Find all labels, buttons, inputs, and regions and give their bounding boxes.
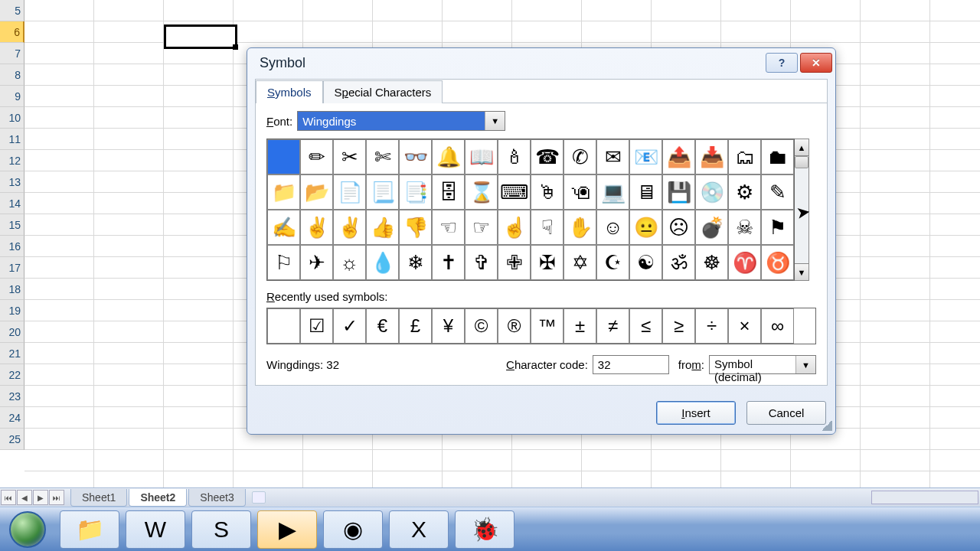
- scroll-up-button[interactable]: ▲: [795, 139, 808, 156]
- symbol-cell[interactable]: ✄: [366, 139, 399, 174]
- symbol-cell[interactable]: ⚐: [267, 245, 300, 280]
- symbol-cell[interactable]: ☜: [432, 210, 465, 245]
- row-header-23[interactable]: 23: [0, 386, 24, 407]
- recent-symbol-cell[interactable]: ÷: [695, 308, 728, 344]
- symbol-cell[interactable]: 😐: [629, 210, 662, 245]
- recent-symbol-cell[interactable]: €: [366, 308, 399, 344]
- row-header-9[interactable]: 9: [0, 86, 24, 107]
- symbol-cell[interactable]: ✆: [564, 139, 596, 174]
- recent-symbol-cell[interactable]: ™: [531, 308, 564, 344]
- row-header-10[interactable]: 10: [0, 107, 24, 129]
- symbol-cell[interactable]: [267, 139, 300, 174]
- recent-symbol-cell[interactable]: ☑: [300, 308, 333, 344]
- start-button[interactable]: [2, 510, 54, 549]
- tab-special-characters[interactable]: Special Characters: [323, 80, 443, 103]
- symbol-cell[interactable]: ⌛: [465, 174, 498, 210]
- recent-symbol-cell[interactable]: ✓: [333, 308, 366, 344]
- new-sheet-button[interactable]: [252, 491, 266, 504]
- symbol-cell[interactable]: 📥: [695, 139, 728, 174]
- help-button[interactable]: ?: [766, 53, 798, 73]
- row-header-14[interactable]: 14: [0, 193, 24, 214]
- symbol-cell[interactable]: 📧: [629, 139, 662, 174]
- symbol-cell[interactable]: ✎: [761, 174, 794, 210]
- from-dropdown-button[interactable]: ▼: [795, 356, 815, 373]
- symbol-cell[interactable]: ✠: [531, 245, 564, 280]
- symbol-cell[interactable]: ♈: [728, 245, 761, 280]
- taskbar-app-button[interactable]: ▶: [257, 510, 317, 549]
- cancel-button[interactable]: Cancel: [746, 401, 826, 425]
- symbol-cell[interactable]: ☎: [531, 139, 564, 174]
- symbol-cell[interactable]: 📄: [333, 174, 366, 210]
- row-header-19[interactable]: 19: [0, 300, 24, 321]
- active-cell-cursor[interactable]: [164, 24, 237, 49]
- taskbar-app-button[interactable]: W: [126, 510, 185, 549]
- symbol-cell[interactable]: ॐ: [662, 245, 695, 280]
- recent-symbol-cell[interactable]: ∞: [761, 308, 794, 344]
- font-input[interactable]: [298, 112, 485, 130]
- symbol-cell[interactable]: ⚑: [761, 210, 794, 245]
- close-button[interactable]: ✕: [800, 53, 832, 73]
- symbol-cell[interactable]: 🗄: [432, 174, 465, 210]
- symbol-cell[interactable]: ☝: [498, 210, 531, 245]
- symbol-cell[interactable]: 🗂: [728, 139, 761, 174]
- recent-symbol-cell[interactable]: ¥: [432, 308, 465, 344]
- row-header-16[interactable]: 16: [0, 236, 24, 257]
- recent-symbol-cell[interactable]: ®: [498, 308, 531, 344]
- symbol-cell[interactable]: ✏: [300, 139, 333, 174]
- recent-symbol-cell[interactable]: ±: [564, 308, 596, 344]
- symbol-cell[interactable]: ☞: [465, 210, 498, 245]
- symbol-cell[interactable]: 🖲: [564, 174, 596, 210]
- symbol-cell[interactable]: ✙: [498, 245, 531, 280]
- symbol-cell[interactable]: ✌: [300, 210, 333, 245]
- recent-symbol-cell[interactable]: ×: [728, 308, 761, 344]
- scroll-track[interactable]: [795, 156, 808, 263]
- symbol-cell[interactable]: ✌: [333, 210, 366, 245]
- recent-symbol-cell[interactable]: ≥: [662, 308, 695, 344]
- symbol-cell[interactable]: ☸: [695, 245, 728, 280]
- symbol-cell[interactable]: ☟: [531, 210, 564, 245]
- symbol-cell[interactable]: 👍: [366, 210, 399, 245]
- recent-symbol-cell[interactable]: ©: [465, 308, 498, 344]
- taskbar-app-button[interactable]: X: [389, 510, 449, 549]
- symbol-cell[interactable]: ⌨: [498, 174, 531, 210]
- recent-symbol-cell[interactable]: £: [399, 308, 432, 344]
- symbol-cell[interactable]: 💿: [695, 174, 728, 210]
- symbol-cell[interactable]: 💾: [662, 174, 695, 210]
- taskbar-app-button[interactable]: S: [191, 510, 251, 549]
- recent-symbol-cell[interactable]: ≠: [596, 308, 629, 344]
- symbol-cell[interactable]: 🔔: [432, 139, 465, 174]
- symbol-cell[interactable]: 📂: [300, 174, 333, 210]
- tab-symbols[interactable]: Symbols: [256, 80, 323, 103]
- row-header-15[interactable]: 15: [0, 214, 24, 236]
- symbol-cell[interactable]: 📁: [267, 174, 300, 210]
- symbol-cell[interactable]: ⚙: [728, 174, 761, 210]
- symbol-cell[interactable]: ❄: [399, 245, 432, 280]
- row-header-7[interactable]: 7: [0, 43, 24, 64]
- symbol-grid-scrollbar[interactable]: ▲ ▼: [795, 139, 809, 281]
- symbol-cell[interactable]: 💧: [366, 245, 399, 280]
- symbol-cell[interactable]: ☠: [728, 210, 761, 245]
- row-header-25[interactable]: 25: [0, 429, 24, 450]
- sheet-tab-sheet3[interactable]: Sheet3: [188, 489, 245, 507]
- row-header-20[interactable]: 20: [0, 321, 24, 343]
- nav-prev-button[interactable]: ◀: [17, 490, 32, 505]
- scroll-down-button[interactable]: ▼: [795, 263, 808, 280]
- symbol-cell[interactable]: ✉: [596, 139, 629, 174]
- symbol-cell[interactable]: 🖥: [629, 174, 662, 210]
- row-header-17[interactable]: 17: [0, 257, 24, 279]
- symbol-cell[interactable]: ✝: [432, 245, 465, 280]
- symbol-cell[interactable]: 📖: [465, 139, 498, 174]
- row-header-24[interactable]: 24: [0, 407, 24, 429]
- dialog-titlebar[interactable]: Symbol ? ✕: [247, 48, 835, 77]
- row-header-12[interactable]: 12: [0, 150, 24, 171]
- symbol-cell[interactable]: ♉: [761, 245, 794, 280]
- row-header-18[interactable]: 18: [0, 279, 24, 300]
- symbol-cell[interactable]: ☹: [662, 210, 695, 245]
- row-header-22[interactable]: 22: [0, 364, 24, 386]
- row-header-6[interactable]: 6: [0, 21, 24, 43]
- symbol-cell[interactable]: 🖿: [761, 139, 794, 174]
- taskbar-app-button[interactable]: ◉: [323, 510, 383, 549]
- symbol-cell[interactable]: 💻: [596, 174, 629, 210]
- recent-symbol-cell[interactable]: ≤: [629, 308, 662, 344]
- nav-next-button[interactable]: ▶: [33, 490, 48, 505]
